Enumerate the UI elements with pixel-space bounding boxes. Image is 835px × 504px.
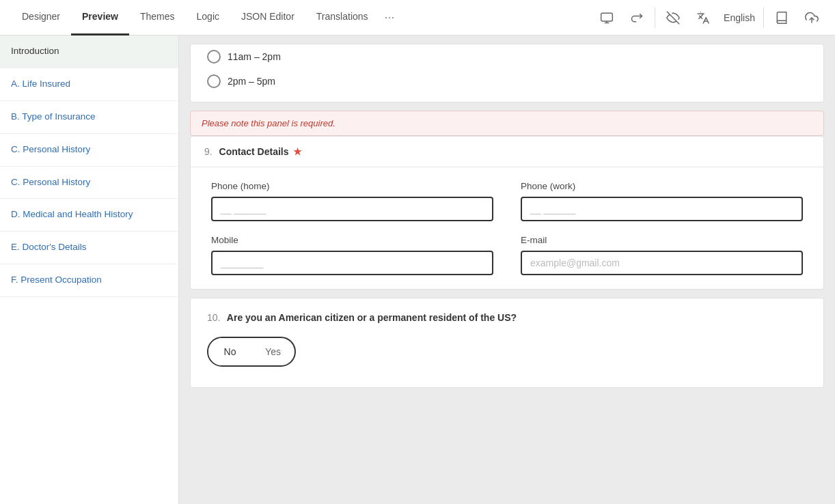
email-label: E-mail [521, 235, 803, 245]
question-9-form: Phone (home) Phone (work) Mobile E-mail [191, 167, 823, 289]
sidebar-item-doctor-details[interactable]: E. Doctor's Details [0, 232, 178, 264]
phone-home-field: Phone (home) [211, 181, 493, 221]
sidebar-item-personal-history-1[interactable]: C. Personal History [0, 134, 178, 167]
question-9-card: 9. Contact Details ★ Phone (home) Phone … [190, 136, 824, 290]
phone-home-input[interactable] [211, 197, 493, 221]
sidebar: Introduction A. Life Insured B. Type of … [0, 36, 179, 504]
yes-no-toggle[interactable]: No Yes [207, 337, 296, 367]
email-input[interactable] [521, 251, 803, 275]
mobile-label: Mobile [211, 235, 493, 245]
phone-work-input[interactable] [521, 197, 803, 221]
desktop-preview-button[interactable] [594, 5, 619, 30]
radio-11am-label: 11am – 2pm [228, 51, 281, 62]
svg-rect-0 [601, 13, 613, 21]
more-options-button[interactable]: ··· [379, 10, 400, 25]
content-inner: 11am – 2pm 2pm – 5pm Please note this pa… [179, 44, 835, 423]
sidebar-item-present-occupation[interactable]: F. Present Occupation [0, 264, 178, 297]
toggle-no-option[interactable]: No [208, 338, 251, 365]
main-content: 11am – 2pm 2pm – 5pm Please note this pa… [179, 36, 835, 504]
mobile-input[interactable] [211, 251, 493, 275]
phone-work-label: Phone (work) [521, 181, 803, 191]
radio-row-1: 11am – 2pm [191, 44, 823, 69]
top-navigation: Designer Preview Themes Logic JSON Edito… [0, 0, 835, 36]
sidebar-item-life-insured[interactable]: A. Life Insured [0, 68, 178, 101]
translate-icon-button[interactable] [691, 5, 715, 30]
question-9-label: Contact Details [219, 146, 289, 157]
panel-required-notice: Please note this panel is required. [190, 111, 824, 136]
language-selector[interactable]: English [721, 12, 758, 23]
radio-2pm-circle[interactable] [207, 74, 221, 88]
email-field: E-mail [521, 235, 803, 275]
toggle-container: No Yes [207, 337, 807, 367]
cloud-upload-button[interactable] [799, 5, 824, 30]
topnav-right-section: English [594, 5, 824, 30]
tab-preview[interactable]: Preview [71, 0, 129, 36]
required-star: ★ [293, 146, 302, 157]
radio-11am-circle[interactable] [207, 50, 221, 64]
radio-row-2: 2pm – 5pm [191, 69, 823, 102]
tab-themes[interactable]: Themes [129, 0, 186, 36]
question-9-number: 9. [204, 146, 213, 157]
toggle-yes-option[interactable]: Yes [251, 338, 295, 365]
tab-logic[interactable]: Logic [186, 0, 230, 36]
tab-translations[interactable]: Translations [305, 0, 379, 36]
radio-2pm-label: 2pm – 5pm [228, 76, 275, 87]
sidebar-item-type-insurance[interactable]: B. Type of Insurance [0, 101, 178, 134]
mobile-field: Mobile [211, 235, 493, 275]
question-9-header: 9. Contact Details ★ [191, 137, 823, 167]
phone-work-field: Phone (work) [521, 181, 803, 221]
tab-designer[interactable]: Designer [11, 0, 71, 36]
sidebar-item-medical-health[interactable]: D. Medical and Health History [0, 199, 178, 232]
nav-tabs: Designer Preview Themes Logic JSON Edito… [11, 0, 400, 36]
hide-icon-button[interactable] [661, 5, 685, 30]
book-icon-button[interactable] [769, 5, 794, 30]
sidebar-item-personal-history-2[interactable]: C. Personal History [0, 167, 178, 199]
sidebar-item-introduction[interactable]: Introduction [0, 36, 178, 68]
tab-json-editor[interactable]: JSON Editor [230, 0, 305, 36]
nav-separator [655, 8, 655, 28]
main-layout: Introduction A. Life Insured B. Type of … [0, 36, 835, 504]
redo-button[interactable] [625, 5, 649, 30]
question-10-number: 10. [207, 312, 220, 323]
question-10-card: 10. Are you an American citizen or a per… [190, 298, 824, 388]
question-10-header: 10. Are you an American citizen or a per… [207, 312, 807, 323]
nav-separator-2 [763, 8, 764, 28]
time-options-card: 11am – 2pm 2pm – 5pm [190, 44, 824, 102]
phone-home-label: Phone (home) [211, 181, 493, 191]
question-10-label: Are you an American citizen or a permane… [227, 312, 517, 323]
